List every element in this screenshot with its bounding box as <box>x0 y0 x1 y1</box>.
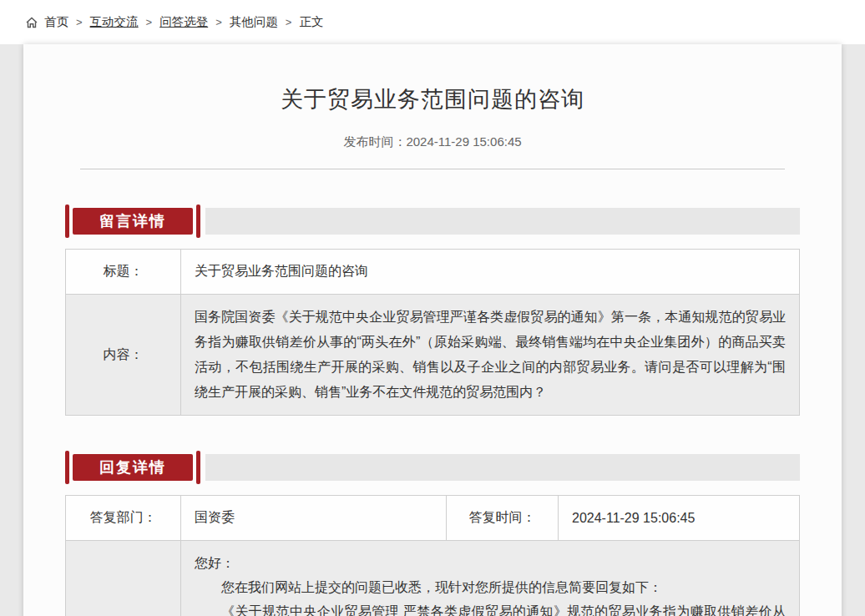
home-icon[interactable] <box>25 16 38 29</box>
reply-time-label: 答复时间： <box>447 496 559 541</box>
publish-time-value: 2024-11-29 15:06:45 <box>406 134 521 149</box>
message-title-row: 标题： 关于贸易业务范围问题的咨询 <box>66 250 800 295</box>
reply-content-value: 您好： 您在我们网站上提交的问题已收悉，现针对您所提供的信息简要回复如下： 《关… <box>181 541 800 616</box>
message-section-title: 留言详情 <box>73 208 193 235</box>
breadcrumb-item-other[interactable]: 其他问题 <box>230 14 278 30</box>
reply-dept-value: 国资委 <box>181 496 447 541</box>
breadcrumb-separator: > <box>146 16 153 28</box>
reply-table: 答复部门： 国资委 答复时间： 2024-11-29 15:06:45 回复： … <box>65 495 800 616</box>
message-content-label: 内容： <box>66 295 181 416</box>
breadcrumb-item-qa[interactable]: 问答选登 <box>159 14 208 30</box>
breadcrumb-item-home[interactable]: 首页 <box>44 14 68 30</box>
breadcrumb-item-interaction[interactable]: 互动交流 <box>90 14 139 30</box>
reply-content-row: 回复： 您好： 您在我们网站上提交的问题已收悉，现针对您所提供的信息简要回复如下… <box>66 541 800 616</box>
reply-meta-row: 答复部门： 国资委 答复时间： 2024-11-29 15:06:45 <box>66 496 800 541</box>
article-container: 关于贸易业务范围问题的咨询 发布时间：2024-11-29 15:06:45 留… <box>23 44 842 616</box>
section-header-bar <box>205 454 800 481</box>
reply-section-title: 回复详情 <box>73 454 193 481</box>
section-header-bar <box>205 208 800 235</box>
red-accent-bar <box>196 204 200 238</box>
publish-time: 发布时间：2024-11-29 15:06:45 <box>65 134 800 150</box>
page-title: 关于贸易业务范围问题的咨询 <box>65 84 800 114</box>
reply-line: 您好： <box>195 551 786 575</box>
reply-section-header: 回复详情 <box>65 451 800 484</box>
publish-time-label: 发布时间： <box>343 134 406 149</box>
red-accent-bar <box>65 451 69 484</box>
reply-time-value: 2024-11-29 15:06:45 <box>559 496 800 541</box>
reply-line: 《关于规范中央企业贸易管理 严禁各类虚假贸易的通知》规范的贸易业务指为赚取供销差… <box>195 599 786 616</box>
message-content-row: 内容： 国务院国资委《关于规范中央企业贸易管理严谨各类虚假贸易的通知》第一条，本… <box>66 295 800 416</box>
message-title-label: 标题： <box>66 250 181 295</box>
message-section-header: 留言详情 <box>65 204 800 238</box>
breadcrumb: 首页 > 互动交流 > 问答选登 > 其他问题 > 正文 <box>0 0 865 44</box>
breadcrumb-separator: > <box>286 16 292 28</box>
red-accent-bar <box>65 204 69 238</box>
breadcrumb-separator: > <box>76 16 83 28</box>
page: 首页 > 互动交流 > 问答选登 > 其他问题 > 正文 关于贸易业务范围问题的… <box>0 0 865 616</box>
reply-line: 您在我们网站上提交的问题已收悉，现针对您所提供的信息简要回复如下： <box>195 575 786 599</box>
divider <box>80 169 785 169</box>
breadcrumb-item-current: 正文 <box>299 14 323 30</box>
breadcrumb-separator: > <box>215 16 222 28</box>
reply-dept-label: 答复部门： <box>66 496 181 541</box>
message-table: 标题： 关于贸易业务范围问题的咨询 内容： 国务院国资委《关于规范中央企业贸易管… <box>65 249 800 416</box>
red-accent-bar <box>196 451 200 484</box>
message-title-value: 关于贸易业务范围问题的咨询 <box>181 250 800 295</box>
message-content-value: 国务院国资委《关于规范中央企业贸易管理严谨各类虚假贸易的通知》第一条，本通知规范… <box>181 295 800 416</box>
reply-content-label: 回复： <box>66 541 181 616</box>
